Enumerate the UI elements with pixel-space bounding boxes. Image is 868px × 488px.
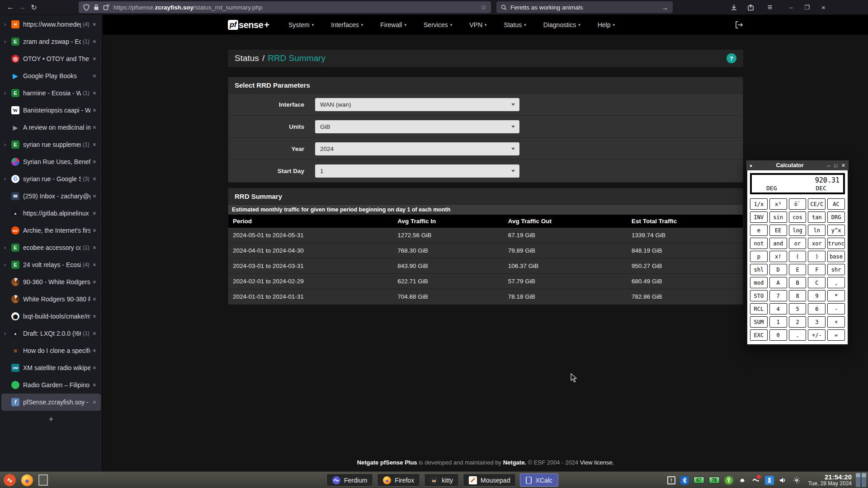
taskbar-button-firefox[interactable]: Firefox — [377, 474, 420, 487]
select-year[interactable]: 2024 — [315, 142, 519, 155]
tray-usb-icon[interactable] — [765, 476, 774, 485]
calc-btn-shl[interactable]: shl — [750, 264, 768, 275]
calc-btn-e[interactable]: e — [750, 225, 768, 236]
tab-expander-icon[interactable]: › — [4, 176, 11, 182]
calc-btn-cos[interactable]: cos — [789, 211, 807, 223]
downloads-icon[interactable] — [731, 4, 737, 11]
search-input[interactable] — [510, 4, 658, 11]
calc-btn-key[interactable]: . — [789, 329, 807, 341]
calculator-close-icon[interactable]: ✕ — [841, 163, 845, 169]
tab-close-icon[interactable]: × — [93, 399, 96, 406]
calc-btn-y-x[interactable]: y^x — [827, 225, 845, 236]
calc-btn-2[interactable]: 2 — [789, 316, 807, 328]
menu-status[interactable]: Status▾ — [504, 21, 526, 28]
tray-volume-icon[interactable] — [778, 476, 788, 485]
calc-btn-mod[interactable]: mod — [750, 277, 768, 288]
calc-btn-ln[interactable]: ln — [808, 225, 826, 236]
tray-notification-box-icon[interactable]: ! — [667, 476, 675, 484]
calc-btn-sin[interactable]: sin — [769, 211, 787, 223]
calc-btn-x[interactable]: x² — [769, 198, 787, 210]
tab-close-icon[interactable]: × — [93, 38, 96, 45]
calc-btn-key[interactable]: = — [827, 329, 845, 341]
calc-btn-x[interactable]: x! — [769, 251, 787, 262]
sidebar-tab[interactable]: ›Eecobee accessory conn(1)× — [1, 239, 101, 256]
reload-icon[interactable]: ↻ — [28, 3, 40, 12]
calc-btn-ee[interactable]: EE — [769, 225, 787, 236]
search-go-icon[interactable]: → — [661, 4, 668, 11]
back-icon[interactable]: ← — [5, 3, 16, 11]
calc-btn-exc[interactable]: EXC — [750, 329, 768, 341]
footer-netgate-link[interactable]: Netgate. — [503, 459, 526, 466]
calc-btn-0[interactable]: 0 — [769, 329, 787, 341]
tab-expander-icon[interactable]: › — [4, 90, 11, 96]
tray-bluetooth-icon[interactable] — [680, 476, 689, 485]
tab-expander-icon[interactable]: › — [4, 38, 11, 45]
calc-btn-key[interactable]: * — [827, 290, 845, 301]
tray-ferdium-tray-icon[interactable] — [751, 476, 760, 485]
calc-btn-c[interactable]: C — [808, 277, 826, 288]
calc-btn-9[interactable]: 9 — [808, 290, 826, 301]
calc-btn-key[interactable]: ö` — [789, 198, 807, 210]
tab-close-icon[interactable]: × — [93, 124, 96, 131]
calc-btn-rcl[interactable]: RCL — [750, 303, 768, 314]
calculator-titlebar[interactable]: ● Calculator – □ ✕ — [746, 160, 849, 170]
sidebar-tab[interactable]: WBanisteriopsis caapi - Wi× — [1, 102, 101, 119]
calc-btn-xor[interactable]: xor — [808, 238, 826, 249]
tab-close-icon[interactable]: × — [93, 55, 96, 62]
window-restore-icon[interactable]: ❐ — [804, 4, 810, 11]
sidebar-tab[interactable]: 90-360 - White Rodgers 9× — [1, 273, 101, 291]
tray-bell-icon[interactable] — [738, 476, 747, 485]
calc-btn-sum[interactable]: SUM — [750, 316, 768, 328]
calc-btn-4[interactable]: 4 — [769, 303, 787, 314]
app-menu-icon[interactable]: ∿ — [4, 474, 16, 486]
tab-expander-icon[interactable]: › — [4, 21, 11, 28]
sidebar-tab[interactable]: ›E24 volt relays - Ecosia(4)× — [1, 256, 101, 273]
calc-btn-f[interactable]: F — [808, 264, 826, 275]
sidebar-tab[interactable]: ▶A review on medicinal im× — [1, 119, 101, 136]
calc-btn-1[interactable]: 1 — [769, 316, 787, 328]
calc-btn-and[interactable]: and — [769, 238, 787, 249]
window-minimize-icon[interactable]: – — [789, 4, 793, 11]
calc-btn-ac[interactable]: AC — [827, 198, 845, 210]
tab-expander-icon[interactable]: › — [4, 141, 11, 148]
calc-btn-trunc[interactable]: trunc — [827, 238, 845, 249]
sidebar-tab[interactable]: ◎OTOY • OTOY and The Re× — [1, 50, 101, 67]
tab-close-icon[interactable]: × — [93, 364, 96, 371]
forward-icon[interactable]: → — [16, 3, 28, 11]
tab-close-icon[interactable]: × — [93, 313, 96, 320]
tab-close-icon[interactable]: × — [93, 21, 96, 28]
tab-close-icon[interactable]: × — [93, 227, 96, 234]
calc-btn-key[interactable]: , — [827, 277, 845, 288]
calc-btn-5[interactable]: 5 — [789, 303, 807, 314]
calculator-minimize-icon[interactable]: – — [827, 163, 830, 169]
sidebar-tab[interactable]: XMXM satellite radio wikiped× — [1, 359, 101, 376]
calc-btn-sto[interactable]: STO — [750, 290, 768, 301]
extension-icon[interactable] — [747, 4, 754, 11]
sidebar-tab[interactable]: ›Eharmine - Ecosia - Web(1)× — [1, 84, 101, 102]
calc-btn-or[interactable]: or — [789, 238, 807, 249]
sidebar-tab[interactable]: ✉(259) Inbox - zachary@g× — [1, 188, 101, 205]
tray-brightness-icon[interactable] — [792, 476, 801, 485]
permissions-icon[interactable] — [103, 4, 109, 10]
sidebar-tab[interactable]: ▶Google Play Books× — [1, 67, 101, 84]
sidebar-tab[interactable]: ⬤lxqt-build-tools/cmake/m× — [1, 308, 101, 325]
tab-close-icon[interactable]: × — [93, 158, 96, 165]
sidebar-tab[interactable]: fpfSense.zcrayfish.soy - St× — [1, 394, 101, 411]
bookmark-star-icon[interactable]: ☆ — [481, 4, 486, 11]
select-units[interactable]: GiB — [315, 120, 519, 133]
tab-close-icon[interactable]: × — [93, 107, 96, 114]
calculator-maximize-icon[interactable]: □ — [834, 163, 837, 169]
calc-btn-key[interactable]: - — [827, 303, 845, 314]
search-bar[interactable]: → — [496, 1, 673, 13]
tab-close-icon[interactable]: × — [93, 381, 96, 389]
calc-btn-key[interactable]: ( — [789, 251, 807, 262]
calc-btn-base[interactable]: base — [827, 251, 845, 262]
sidebar-tab[interactable]: ▲https://gitlab.alpinelinux× — [1, 205, 101, 222]
tray-battery-icon[interactable]: 67 — [693, 477, 704, 483]
tab-close-icon[interactable]: × — [93, 296, 96, 303]
calc-btn-a[interactable]: A — [769, 277, 787, 288]
calc-btn-log[interactable]: log — [789, 225, 807, 236]
calc-btn-shr[interactable]: shr — [827, 264, 845, 275]
tab-close-icon[interactable]: × — [93, 175, 96, 183]
menu-vpn[interactable]: VPN▾ — [469, 21, 486, 28]
